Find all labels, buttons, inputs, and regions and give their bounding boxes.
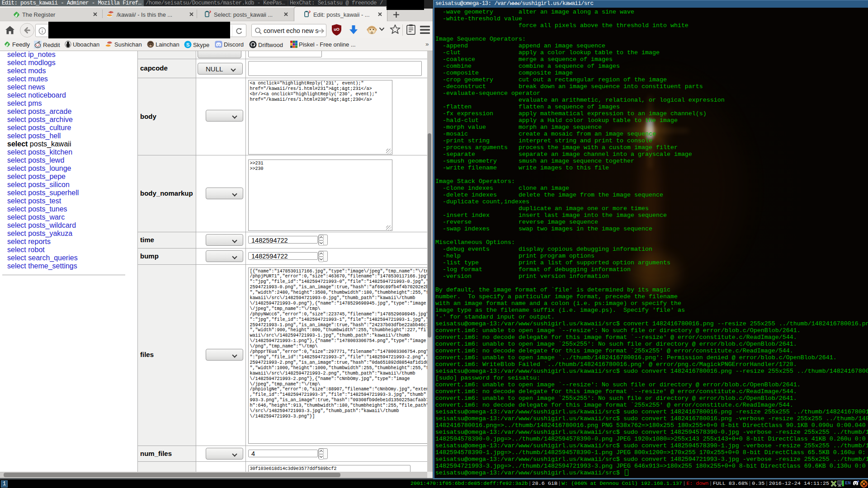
svg-text:S: S [186, 42, 190, 47]
svg-text:uO: uO [334, 27, 340, 32]
